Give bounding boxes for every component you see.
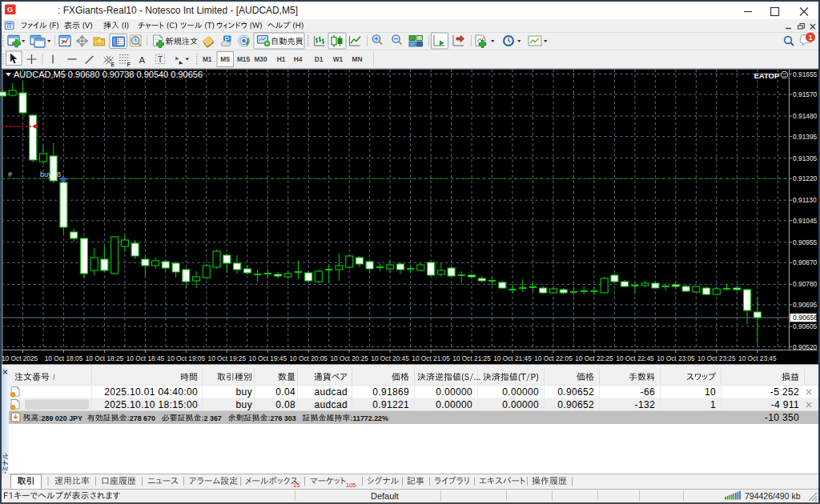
svg-text:0.00000: 0.00000: [436, 399, 472, 410]
svg-text:0.90520: 0.90520: [793, 343, 818, 351]
svg-text:D1: D1: [315, 55, 324, 63]
svg-text:MN: MN: [352, 55, 363, 63]
svg-text:10 Oct 20:25: 10 Oct 20:25: [330, 354, 368, 362]
svg-text:: FXGiants-Real10 - Notesco In: : FXGiants-Real10 - Notesco Int Limited …: [58, 5, 298, 16]
svg-text:10 Oct 18:05: 10 Oct 18:05: [45, 354, 83, 362]
svg-text:F: F: [127, 62, 131, 67]
svg-text:1: 1: [809, 34, 813, 42]
svg-text:AUDCAD,M5 0.90680 0.90738 0.9: AUDCAD,M5 0.90680 0.90738 0.90540 0.9065…: [14, 70, 203, 79]
svg-text:0.91570: 0.91570: [793, 90, 818, 98]
svg-text:-4 911: -4 911: [771, 399, 799, 410]
svg-text:10 Oct 21:25: 10 Oct 21:25: [452, 354, 491, 362]
svg-text:10 Oct 18:25: 10 Oct 18:25: [86, 354, 124, 362]
svg-text:10 Oct 22:45: 10 Oct 22:45: [616, 354, 654, 362]
svg-text:10 Oct 21:45: 10 Oct 21:45: [493, 354, 532, 362]
svg-text:Default: Default: [371, 491, 399, 501]
svg-text:276 303: 276 303: [271, 414, 296, 422]
svg-text:10 Oct 23:05: 10 Oct 23:05: [657, 354, 695, 362]
svg-text:A: A: [139, 55, 146, 65]
svg-text:2025.10.01 04:40:00: 2025.10.01 04:40:00: [104, 386, 198, 398]
svg-text:10 Oct 20:45: 10 Oct 20:45: [371, 354, 409, 362]
svg-text:2 367: 2 367: [204, 414, 222, 422]
svg-text:audcad: audcad: [315, 399, 348, 410]
svg-text:G: G: [7, 5, 13, 14]
svg-text:H1: H1: [277, 55, 286, 63]
svg-text:0.91869: 0.91869: [372, 386, 409, 398]
svg-text:10 Oct 2025: 10 Oct 2025: [2, 354, 38, 362]
svg-text:0.90780: 0.90780: [793, 280, 818, 288]
svg-text:0.90695: 0.90695: [793, 301, 818, 309]
svg-text:buy: buy: [236, 399, 252, 410]
svg-text:0.90870: 0.90870: [793, 258, 818, 266]
svg-text:0.91305: 0.91305: [793, 154, 818, 162]
svg-text:0.08: 0.08: [275, 399, 295, 410]
svg-text:T: T: [158, 55, 163, 64]
svg-text:EATOP: EATOP: [754, 71, 781, 80]
svg-text:0.91220: 0.91220: [793, 174, 818, 182]
svg-text:M1: M1: [203, 55, 212, 63]
svg-text:15: 15: [293, 482, 299, 489]
svg-text:0.91130: 0.91130: [793, 196, 817, 204]
svg-text:buy: buy: [236, 386, 252, 398]
svg-text:10 Oct 23:25: 10 Oct 23:25: [697, 354, 736, 362]
svg-text:0.90656: 0.90656: [793, 314, 818, 322]
svg-text:8: 8: [57, 170, 61, 178]
svg-text:audcad: audcad: [315, 386, 348, 398]
svg-text:0.00000: 0.00000: [436, 386, 472, 398]
svg-text:0.00000: 0.00000: [502, 386, 539, 398]
svg-text:2025.10.10 18:15:00: 2025.10.10 18:15:00: [104, 399, 198, 410]
svg-text:-132: -132: [635, 399, 655, 410]
svg-text:0.04: 0.04: [275, 386, 295, 398]
svg-text:10 Oct 21:05: 10 Oct 21:05: [412, 354, 450, 362]
svg-text:0.91480: 0.91480: [793, 112, 818, 120]
svg-text:0.90955: 0.90955: [793, 238, 818, 246]
svg-text:0.91221: 0.91221: [372, 399, 409, 410]
svg-text:0.91655: 0.91655: [793, 70, 818, 78]
svg-text:11772.22%: 11772.22%: [353, 414, 389, 422]
svg-text:289 020 JPY: 289 020 JPY: [42, 414, 82, 422]
svg-text:-5 252: -5 252: [770, 386, 799, 398]
svg-text:M30: M30: [254, 55, 267, 63]
svg-text:10 Oct 19:45: 10 Oct 19:45: [249, 354, 287, 362]
svg-text:M5: M5: [220, 55, 230, 63]
svg-text:E: E: [111, 62, 115, 67]
svg-text:0.00000: 0.00000: [502, 399, 539, 410]
svg-text:10 Oct 20:05: 10 Oct 20:05: [289, 354, 328, 362]
svg-text:10 Oct 22:05: 10 Oct 22:05: [534, 354, 573, 362]
svg-text:10 Oct 19:05: 10 Oct 19:05: [167, 354, 206, 362]
svg-text:105: 105: [346, 482, 356, 489]
svg-text:W1: W1: [333, 55, 344, 63]
svg-text:10 Oct 22:25: 10 Oct 22:25: [575, 354, 613, 362]
svg-text:10 Oct 19:25: 10 Oct 19:25: [208, 354, 247, 362]
svg-text:10 Oct 23:45: 10 Oct 23:45: [738, 354, 777, 362]
svg-text:-66: -66: [641, 386, 655, 398]
svg-text:794426/490 kb: 794426/490 kb: [745, 491, 801, 501]
svg-text:10: 10: [705, 386, 716, 398]
svg-text:0.91395: 0.91395: [793, 133, 818, 141]
svg-text:278 670: 278 670: [130, 414, 155, 422]
svg-text:0.90605: 0.90605: [793, 322, 818, 330]
svg-text:-10 350: -10 350: [765, 412, 799, 423]
svg-text:M15: M15: [237, 55, 251, 63]
svg-text:buy: buy: [40, 170, 52, 178]
svg-text:H4: H4: [294, 55, 303, 63]
svg-text:0.91045: 0.91045: [793, 217, 818, 225]
svg-text:0.90652: 0.90652: [557, 399, 594, 410]
svg-text:1: 1: [710, 399, 716, 410]
svg-text:#: #: [8, 170, 12, 178]
svg-text:0.90652: 0.90652: [557, 386, 594, 398]
svg-text:10 Oct 18:45: 10 Oct 18:45: [127, 354, 165, 362]
